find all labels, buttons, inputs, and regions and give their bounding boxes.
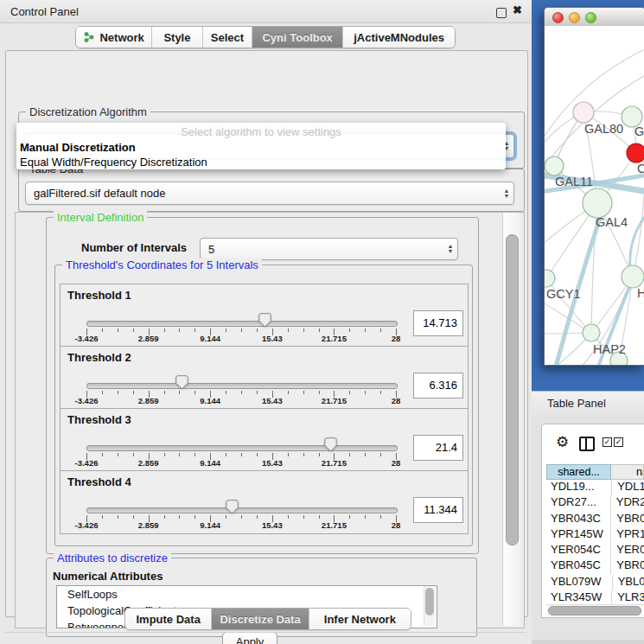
popup-item[interactable]: Equal Width/Frequency Discretization (20, 156, 500, 171)
apply-button[interactable]: Apply (222, 632, 277, 644)
column-header-name[interactable]: na (611, 464, 644, 480)
cell-name[interactable]: YER0 (610, 543, 644, 558)
mac-close-button[interactable] (552, 12, 564, 23)
tick-mark (380, 515, 381, 519)
gear-icon[interactable]: ⚙ (556, 433, 569, 451)
network-window-titlebar[interactable] (545, 8, 644, 27)
tick-label: 28 (377, 334, 415, 343)
network-node-green[interactable] (583, 188, 612, 218)
network-node-green[interactable] (545, 156, 564, 175)
cell-shared-name[interactable]: YDR27... (546, 495, 610, 511)
tick-mark (226, 328, 226, 332)
tab-jactivemnodules[interactable]: jActiveMNodules (342, 27, 455, 48)
cell-shared-name[interactable]: YBR043C (546, 512, 610, 527)
threshold-label: Threshold 4 (67, 475, 131, 488)
network-node-green[interactable] (545, 270, 555, 287)
tick-mark (380, 328, 381, 332)
tick-mark (226, 515, 226, 519)
table-row[interactable]: YBR043CYBR0 (546, 512, 644, 527)
tick-mark (288, 453, 289, 456)
table-data-combobox[interactable]: galFiltered.sif default node ▲▼ (25, 182, 514, 205)
table-row[interactable]: YDR27...YDR2 (546, 495, 644, 511)
mac-minimize-button[interactable] (569, 12, 580, 23)
cell-name[interactable]: YPR1 (610, 527, 644, 543)
slider-thumb[interactable] (258, 313, 271, 328)
cell-name[interactable]: YBR0 (610, 512, 644, 527)
tab-label: Select (211, 31, 244, 44)
tick-mark (257, 515, 258, 519)
cell-name[interactable]: YBR0 (610, 558, 644, 574)
tick-mark (194, 453, 195, 456)
window-title: Control Panel (10, 5, 79, 18)
table-rows: YDL19...YDL1YDR27...YDR2YBR043CYBR0YPR14… (546, 480, 644, 606)
checkbox-icon[interactable]: ✓ (603, 437, 612, 447)
tab-infer-network[interactable]: Infer Network (309, 609, 411, 629)
network-node-red[interactable] (627, 143, 644, 163)
popup-item[interactable]: Manual Discretization (20, 141, 500, 156)
algorithm-dropdown-popup: Select algorithm to view settings Manual… (16, 123, 506, 169)
tab-network[interactable]: Network (76, 27, 151, 48)
tick-label: 15.43 (253, 458, 291, 468)
cell-name[interactable]: YDL1 (611, 480, 644, 495)
threshold-slider-track[interactable] (86, 321, 398, 327)
tick-label: 2.859 (130, 458, 168, 468)
column-header-shared[interactable]: shared... (546, 464, 611, 480)
slider-thumb[interactable] (226, 500, 239, 514)
tab-label: Network (99, 31, 143, 44)
list-scrollbar-thumb[interactable] (425, 588, 434, 615)
tick-mark (365, 515, 366, 519)
panel-scrollbar-thumb[interactable] (506, 234, 519, 545)
threshold-slider-track[interactable] (86, 383, 398, 389)
tab-style[interactable]: Style (151, 27, 201, 48)
tab-impute-data[interactable]: Impute Data (125, 609, 211, 629)
number-of-intervals-combobox[interactable]: 5 ▲▼ (200, 238, 458, 260)
close-icon[interactable]: ✖ (513, 3, 522, 16)
node-label: H (637, 286, 644, 300)
threshold-slider-track[interactable] (86, 445, 398, 451)
network-view-window: GAL80GACGAL11GAL4GCY1HHAP2 (544, 7, 644, 366)
network-node-green[interactable] (583, 324, 600, 341)
tab-select[interactable]: Select (202, 27, 252, 48)
tick-label: 21.715 (315, 520, 353, 530)
tick-mark (303, 515, 304, 519)
attribute-list-item[interactable]: SelfLoops (57, 586, 437, 603)
network-canvas[interactable]: GAL80GACGAL11GAL4GCY1HHAP2 (545, 26, 644, 365)
tick-label: 9.144 (191, 520, 229, 530)
tick-label: 28 (377, 396, 415, 405)
node-label: HAP2 (593, 342, 626, 356)
tab-cyni-toolbox[interactable]: Cyni Toolbox (252, 27, 342, 48)
tick-mark (303, 391, 304, 394)
cell-shared-name[interactable]: YBR045C (546, 558, 610, 574)
threshold-slider-track[interactable] (86, 507, 398, 513)
table-row[interactable]: YER054CYER0 (546, 543, 644, 558)
float-window-icon[interactable] (496, 8, 507, 18)
tick-mark (194, 328, 195, 332)
node-label: GAL11 (555, 175, 593, 188)
mac-zoom-button[interactable] (585, 12, 596, 23)
cell-shared-name[interactable]: YPR145W (546, 527, 610, 543)
tick-mark (133, 391, 134, 394)
cell-shared-name[interactable]: YDL19... (546, 480, 611, 495)
table-hscrollbar-thumb[interactable] (548, 606, 641, 615)
tab-label: Infer Network (324, 613, 396, 626)
threshold-value-field[interactable]: 21.4 (413, 435, 463, 461)
cell-shared-name[interactable]: YER054C (546, 543, 610, 558)
table-row[interactable]: YBR045CYBR0 (546, 558, 644, 574)
cell-shared-name[interactable]: YBL079W (546, 575, 612, 590)
network-node-pink[interactable] (573, 102, 594, 123)
checkbox-icon[interactable]: ✓ (614, 437, 623, 447)
network-node-green[interactable] (622, 265, 644, 288)
threshold-value-field[interactable]: 11.344 (413, 497, 463, 523)
control-panel-titlebar: Control Panel ✖ (0, 0, 532, 23)
threshold-value-field[interactable]: 6.316 (413, 373, 463, 399)
tab-discretize-data[interactable]: Discretize Data (211, 609, 308, 629)
split-view-icon[interactable] (579, 437, 595, 451)
threshold-value-field[interactable]: 14.713 (413, 310, 463, 336)
cell-name[interactable]: YBL0 (612, 575, 644, 590)
slider-thumb[interactable] (324, 437, 337, 452)
table-row[interactable]: YDL19...YDL1 (546, 480, 644, 495)
cell-name[interactable]: YDR2 (610, 495, 644, 511)
slider-thumb[interactable] (175, 375, 188, 390)
table-row[interactable]: YPR145WYPR1 (546, 527, 644, 543)
table-row[interactable]: YBL079WYBL0 (546, 575, 644, 590)
